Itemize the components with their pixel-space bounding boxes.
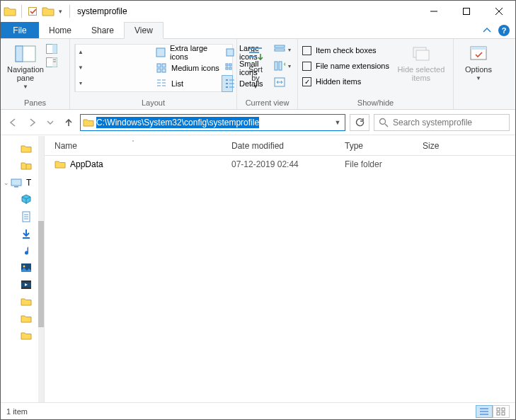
tree-item-this-pc[interactable]: ⌄T bbox=[1, 174, 38, 191]
svg-rect-19 bbox=[226, 64, 228, 66]
tree-item[interactable] bbox=[1, 140, 38, 157]
separator bbox=[69, 5, 70, 18]
details-view-toggle[interactable] bbox=[476, 405, 493, 418]
refresh-button[interactable] bbox=[350, 114, 369, 131]
qat-customize-dropdown[interactable]: ▾ bbox=[57, 8, 64, 15]
group-by-button[interactable]: ▾ bbox=[274, 42, 291, 57]
svg-rect-21 bbox=[226, 67, 228, 69]
svg-rect-17 bbox=[157, 69, 161, 72]
item-check-boxes-checkbox[interactable]: Item check boxes bbox=[302, 43, 394, 57]
layout-details[interactable]: Details bbox=[222, 75, 233, 92]
layout-expand[interactable]: ▾ bbox=[76, 76, 86, 91]
item-count: 1 item bbox=[6, 407, 28, 416]
navigation-pane-button[interactable]: Navigation pane ▼ bbox=[5, 41, 46, 90]
separator bbox=[21, 5, 22, 18]
svg-line-49 bbox=[385, 124, 388, 127]
tab-share[interactable]: Share bbox=[81, 22, 124, 38]
size-columns-button[interactable] bbox=[274, 75, 291, 90]
preview-pane-button[interactable] bbox=[46, 44, 57, 55]
tree-item[interactable] bbox=[1, 225, 38, 242]
search-placeholder: Search systemprofile bbox=[393, 118, 472, 127]
svg-rect-62 bbox=[21, 288, 31, 290]
help-button[interactable]: ? bbox=[498, 25, 510, 36]
pictures-icon bbox=[21, 262, 32, 273]
app-icon bbox=[4, 6, 16, 17]
column-header-type[interactable]: Type bbox=[335, 141, 413, 151]
column-header-name[interactable]: Name ˄ bbox=[45, 141, 222, 151]
tree-item[interactable] bbox=[1, 327, 38, 344]
up-button[interactable] bbox=[62, 115, 76, 130]
tree-item[interactable] bbox=[1, 242, 38, 259]
svg-rect-16 bbox=[162, 64, 166, 67]
minimize-button[interactable] bbox=[418, 1, 450, 22]
folder-icon bbox=[21, 296, 32, 307]
small-icon bbox=[225, 62, 235, 74]
recent-dropdown[interactable] bbox=[43, 115, 57, 130]
details-icon bbox=[225, 78, 235, 89]
back-button[interactable] bbox=[6, 115, 21, 130]
address-bar[interactable]: C:\Windows\System32\config\systemprofile… bbox=[80, 114, 345, 131]
layout-large[interactable]: Large icons bbox=[222, 45, 232, 60]
svg-point-59 bbox=[23, 266, 25, 268]
tab-file[interactable]: File bbox=[1, 22, 39, 38]
svg-rect-10 bbox=[52, 58, 57, 67]
file-row[interactable]: AppData 07-12-2019 02:44 File folder bbox=[45, 156, 515, 173]
tree-item[interactable] bbox=[1, 276, 38, 293]
qat-properties-icon[interactable] bbox=[27, 6, 40, 17]
svg-rect-40 bbox=[275, 62, 277, 70]
tree-collapse-icon[interactable]: ⌄ bbox=[4, 179, 9, 186]
list-icon bbox=[156, 78, 167, 89]
add-columns-button[interactable]: +▾ bbox=[274, 59, 291, 74]
layout-medium[interactable]: Medium icons bbox=[153, 60, 222, 76]
folder-icon bbox=[21, 330, 32, 341]
close-button[interactable] bbox=[483, 1, 515, 22]
file-name-extensions-checkbox[interactable]: File name extensions bbox=[302, 59, 394, 73]
svg-rect-41 bbox=[279, 62, 282, 70]
qat-newfolder-icon[interactable] bbox=[42, 6, 55, 17]
tree-item[interactable] bbox=[1, 157, 38, 174]
svg-rect-67 bbox=[502, 408, 505, 411]
tab-view[interactable]: View bbox=[124, 22, 164, 39]
forward-button[interactable] bbox=[25, 115, 39, 130]
collapse-ribbon-icon[interactable] bbox=[483, 27, 491, 34]
layout-scroll-down[interactable]: ▼ bbox=[76, 60, 86, 76]
file-name: AppData bbox=[70, 159, 103, 169]
tree-item[interactable] bbox=[1, 259, 38, 276]
thumbnails-view-toggle[interactable] bbox=[493, 405, 510, 418]
options-button[interactable]: Options ▼ bbox=[458, 41, 499, 81]
details-pane-button[interactable] bbox=[46, 57, 57, 69]
tree-item[interactable] bbox=[1, 310, 38, 327]
layout-list[interactable]: List bbox=[153, 76, 222, 91]
svg-rect-0 bbox=[29, 8, 37, 16]
scrollbar-thumb[interactable] bbox=[38, 221, 44, 327]
tree-item[interactable] bbox=[1, 191, 38, 208]
search-icon bbox=[379, 118, 389, 127]
tree-item[interactable] bbox=[1, 208, 38, 225]
sidebar-scrollbar[interactable] bbox=[38, 136, 44, 402]
svg-rect-45 bbox=[416, 50, 429, 60]
layout-small[interactable]: Small icons bbox=[222, 60, 232, 76]
sort-ascending-icon: ˄ bbox=[132, 140, 134, 146]
hidden-items-checkbox[interactable]: ✓ Hidden items bbox=[302, 74, 394, 89]
objects-3d-icon bbox=[21, 194, 32, 205]
column-header-date[interactable]: Date modified bbox=[222, 141, 335, 151]
status-bar: 1 item bbox=[1, 402, 515, 419]
tab-home[interactable]: Home bbox=[39, 22, 81, 38]
svg-rect-20 bbox=[229, 64, 231, 66]
search-box[interactable]: Search systemprofile bbox=[374, 114, 510, 131]
column-header-size[interactable]: Size bbox=[413, 141, 469, 151]
folder-icon bbox=[21, 313, 32, 324]
address-dropdown[interactable]: ▼ bbox=[331, 119, 345, 126]
svg-rect-66 bbox=[497, 408, 500, 411]
svg-rect-38 bbox=[275, 45, 285, 47]
checkbox-checked-icon: ✓ bbox=[302, 77, 311, 86]
maximize-button[interactable] bbox=[450, 1, 483, 22]
layout-extra-large[interactable]: Extra large icons bbox=[153, 45, 222, 60]
ribbon-group-layout: Extra large icons Large icons ▲ ▼ ▾ Medi… bbox=[70, 39, 237, 109]
navigation-tree[interactable]: ⌄T bbox=[1, 136, 45, 402]
tree-item[interactable] bbox=[1, 293, 38, 310]
address-path[interactable]: C:\Windows\System32\config\systemprofile bbox=[96, 118, 331, 127]
svg-point-48 bbox=[380, 118, 386, 124]
svg-rect-15 bbox=[157, 64, 161, 67]
layout-scroll-up[interactable]: ▲ bbox=[76, 45, 86, 60]
